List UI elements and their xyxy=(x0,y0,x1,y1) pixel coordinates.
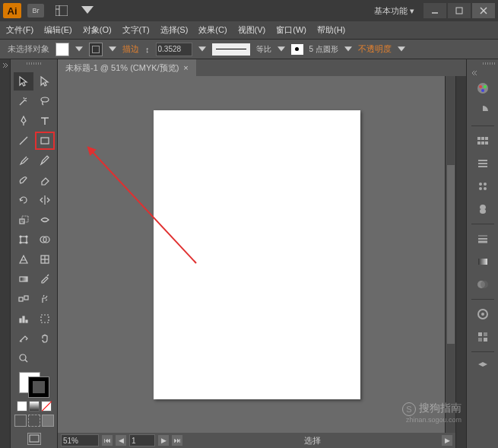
artboards-panel-icon[interactable] xyxy=(471,379,494,400)
shape-builder-tool[interactable] xyxy=(35,230,55,249)
next-artboard-button[interactable]: ▶ xyxy=(158,435,169,446)
menu-help[interactable]: 帮助(H) xyxy=(317,24,345,36)
pen-tool[interactable] xyxy=(14,112,33,130)
maximize-button[interactable] xyxy=(448,3,471,18)
free-transform-tool[interactable] xyxy=(14,230,33,249)
stroke-swatch[interactable] xyxy=(89,43,103,56)
reflect-tool[interactable] xyxy=(35,191,55,209)
canvas-viewport[interactable] xyxy=(58,76,455,433)
toolbox-grip-icon[interactable] xyxy=(13,62,56,69)
stroke-weight-dropdown-icon[interactable] xyxy=(198,46,206,53)
eyedropper-tool[interactable] xyxy=(35,270,55,288)
zoom-tool[interactable] xyxy=(14,349,33,367)
opacity-dropdown-icon[interactable] xyxy=(398,46,405,53)
expand-arrows-icon[interactable] xyxy=(2,62,9,68)
draw-normal-icon[interactable] xyxy=(14,415,27,427)
vertical-scrollbar[interactable] xyxy=(445,76,455,433)
menu-view[interactable]: 视图(V) xyxy=(238,24,266,36)
graphic-styles-panel-icon[interactable] xyxy=(471,326,494,348)
menu-select[interactable]: 选择(S) xyxy=(160,24,189,36)
fill-swatch[interactable] xyxy=(56,43,69,56)
first-artboard-button[interactable]: ⏮ xyxy=(102,435,113,446)
last-artboard-button[interactable]: ⏭ xyxy=(172,435,182,446)
stroke-profile-preview[interactable] xyxy=(212,43,250,56)
eraser-tool[interactable] xyxy=(35,171,55,189)
svg-rect-4 xyxy=(456,8,462,14)
scale-tool[interactable] xyxy=(14,211,33,229)
magic-wand-tool[interactable] xyxy=(14,92,33,110)
opacity-label[interactable]: 不透明度 xyxy=(358,43,392,55)
line-tool[interactable] xyxy=(14,132,33,150)
blob-brush-tool[interactable] xyxy=(14,171,33,189)
menu-text[interactable]: 文字(T) xyxy=(122,24,150,36)
stroke-color-swatch[interactable] xyxy=(28,377,49,398)
artboard-tool[interactable] xyxy=(35,310,55,328)
zoom-select[interactable] xyxy=(61,434,99,446)
status-menu-button[interactable]: ▶ xyxy=(442,435,452,446)
artboard[interactable] xyxy=(154,110,360,399)
brushes-panel-icon[interactable] xyxy=(471,153,494,174)
direct-selection-tool[interactable] xyxy=(35,72,55,91)
draw-inside-icon[interactable] xyxy=(42,415,54,427)
pencil-tool[interactable] xyxy=(35,151,55,170)
layers-panel-icon[interactable] xyxy=(471,356,494,377)
blend-tool[interactable] xyxy=(14,290,33,308)
symbols-panel-icon[interactable] xyxy=(471,176,494,197)
close-button[interactable] xyxy=(472,3,495,18)
stroke-weight-input[interactable] xyxy=(156,43,192,56)
color-panel-icon[interactable] xyxy=(471,78,494,99)
hand-tool[interactable] xyxy=(35,329,55,348)
fill-stroke-colors[interactable] xyxy=(19,372,49,398)
draw-behind-icon[interactable] xyxy=(28,415,40,427)
type-tool[interactable] xyxy=(35,112,55,130)
transparency-panel-icon[interactable] xyxy=(471,274,494,295)
appearance-panel-icon[interactable] xyxy=(471,303,494,325)
workspace-label[interactable]: 基本功能 ▾ xyxy=(374,5,414,17)
stroke-panel-icon[interactable] xyxy=(471,228,494,249)
symbols2-panel-icon[interactable] xyxy=(471,199,494,220)
arrange-documents-icon[interactable] xyxy=(53,4,70,17)
rotate-tool[interactable] xyxy=(14,191,33,209)
menu-window[interactable]: 窗口(W) xyxy=(276,24,306,36)
document-tab-close-icon[interactable]: × xyxy=(183,63,188,72)
brush-preview[interactable] xyxy=(291,44,303,55)
swatches-panel-icon[interactable] xyxy=(471,130,494,151)
fill-dropdown-icon[interactable] xyxy=(75,46,83,53)
artboard-number-input[interactable] xyxy=(129,434,155,446)
paintbrush-tool[interactable] xyxy=(14,151,33,170)
menu-file[interactable]: 文件(F) xyxy=(6,24,33,36)
perspective-tool[interactable] xyxy=(14,250,33,268)
prev-artboard-button[interactable]: ◀ xyxy=(116,435,126,446)
color-guide-panel-icon[interactable] xyxy=(471,100,494,122)
menu-effect[interactable]: 效果(C) xyxy=(198,24,227,36)
brush-dropdown-icon[interactable] xyxy=(344,46,352,53)
stroke-dropdown-icon[interactable] xyxy=(109,46,116,53)
selection-tool[interactable] xyxy=(14,72,33,91)
bridge-badge[interactable]: Br xyxy=(27,4,44,17)
color-mode-icon[interactable] xyxy=(17,401,27,411)
gradient-panel-icon[interactable] xyxy=(471,251,494,272)
collapse-arrows-icon[interactable] xyxy=(470,70,477,76)
gradient-tool[interactable] xyxy=(14,270,33,288)
right-mini-gutter xyxy=(455,76,466,448)
screen-mode-icon[interactable] xyxy=(27,433,41,445)
none-mode-icon[interactable] xyxy=(41,401,52,411)
lasso-tool[interactable] xyxy=(35,92,55,110)
column-graph-tool[interactable] xyxy=(14,310,33,328)
document-tab[interactable]: 未标题-1 @ 51% (CMYK/预览) × xyxy=(58,59,196,76)
width-tool[interactable] xyxy=(35,211,55,229)
slice-tool[interactable] xyxy=(14,329,33,348)
svg-rect-26 xyxy=(20,319,21,322)
arrange-dropdown-icon[interactable] xyxy=(79,4,96,17)
gradient-mode-icon[interactable] xyxy=(29,401,40,411)
mesh-tool[interactable] xyxy=(35,250,55,268)
right-panel-grip-icon[interactable] xyxy=(469,62,496,68)
symbol-sprayer-tool[interactable] xyxy=(35,290,55,308)
rectangle-tool[interactable] xyxy=(35,132,55,150)
menu-object[interactable]: 对象(O) xyxy=(83,24,112,36)
stroke-label[interactable]: 描边 xyxy=(122,43,139,55)
stroke-profile-dropdown-icon[interactable] xyxy=(278,46,285,53)
menu-edit[interactable]: 编辑(E) xyxy=(44,24,72,36)
minimize-button[interactable] xyxy=(423,3,446,18)
svg-rect-54 xyxy=(478,259,487,265)
